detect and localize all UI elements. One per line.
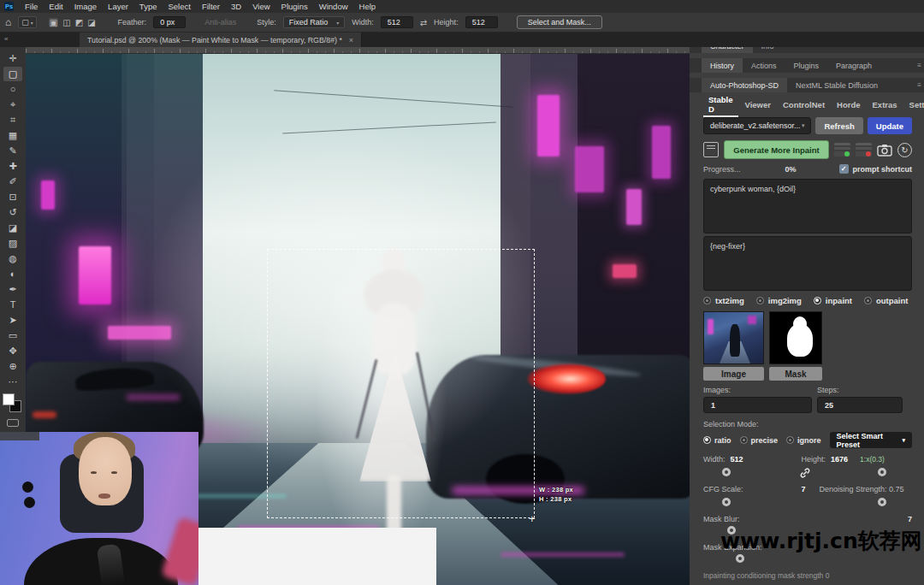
eyedropper-tool-icon[interactable]: ✎ (3, 144, 22, 158)
width-input[interactable]: 512 (381, 16, 413, 28)
send-to-layer-icon[interactable] (703, 142, 719, 157)
selection-new-icon[interactable]: ▣ (49, 18, 58, 27)
prompt-shortcut-checkbox[interactable]: ✓ (839, 164, 849, 174)
image-thumbnail[interactable]: Image (703, 311, 764, 381)
foreground-color-swatch[interactable] (3, 393, 15, 405)
clone-stamp-tool-icon[interactable]: ⊡ (3, 190, 22, 204)
selection-marquee[interactable] (267, 249, 535, 518)
tab-plugins[interactable]: Plugins (785, 58, 828, 73)
zoom-tool-icon[interactable]: ⊕ (3, 359, 22, 374)
tab-horde[interactable]: Horde (832, 98, 865, 111)
menu-edit[interactable]: Edit (49, 2, 62, 11)
quick-select-tool-icon[interactable]: ⌖ (3, 98, 22, 112)
quick-mask-icon[interactable] (7, 419, 19, 427)
height-slider-knob[interactable] (878, 468, 886, 476)
radio-icon[interactable] (703, 297, 711, 304)
menu-type[interactable]: Type (139, 2, 157, 11)
mode-outpaint[interactable]: outpaint (864, 296, 908, 305)
image-thumb-label[interactable]: Image (703, 367, 764, 381)
selmode-ratio[interactable]: ratio (703, 436, 732, 445)
mode-txt2img[interactable]: txt2img (703, 296, 744, 305)
radio-icon[interactable] (703, 436, 711, 444)
lasso-tool-icon[interactable]: ○ (3, 82, 22, 97)
panel-menu-icon[interactable]: ≡ (917, 81, 921, 89)
type-tool-icon[interactable]: T (3, 298, 22, 312)
tab-viewer[interactable]: Viewer (740, 98, 776, 111)
layers-visible-icon[interactable] (834, 143, 850, 157)
style-select[interactable]: Fixed Ratio ▾ (283, 16, 346, 28)
tab-history[interactable]: History (702, 58, 743, 73)
smart-preset-select[interactable]: Select Smart Preset ▾ (830, 432, 912, 448)
collapse-panels-icon[interactable]: « (4, 35, 8, 43)
cfg-slider-knob[interactable] (722, 498, 731, 506)
radio-icon[interactable] (814, 297, 821, 304)
mask-thumb-label[interactable]: Mask (769, 367, 822, 381)
radio-icon[interactable] (756, 297, 764, 304)
mask-thumbnail-preview[interactable] (769, 311, 822, 364)
menu-3d[interactable]: 3D (231, 2, 241, 11)
width-slider-knob[interactable] (722, 468, 731, 476)
panel-menu-icon[interactable]: ≡ (917, 62, 921, 69)
swap-dimensions-icon[interactable]: ⇄ (420, 18, 427, 27)
image-thumbnail-preview[interactable] (703, 311, 764, 364)
frame-tool-icon[interactable]: ▦ (3, 128, 22, 143)
selmode-ignore[interactable]: ignore (786, 436, 821, 445)
history-brush-tool-icon[interactable]: ↺ (3, 205, 22, 220)
model-select[interactable]: deliberate_v2.safetensor... ▾ (703, 117, 811, 134)
negative-prompt-textarea[interactable]: {neg-fixer} (703, 236, 912, 291)
link-dimensions-icon[interactable] (799, 467, 811, 481)
mode-img2img[interactable]: img2img (756, 296, 802, 305)
eraser-tool-icon[interactable]: ◪ (3, 221, 22, 235)
pen-tool-icon[interactable]: ✒ (3, 282, 22, 297)
layers-hidden-icon[interactable] (856, 143, 872, 157)
generate-more-inpaint-button[interactable]: Generate More Inpaint (724, 140, 829, 159)
selmode-precise[interactable]: precise (740, 436, 779, 445)
radio-icon[interactable] (740, 436, 748, 444)
menu-help[interactable]: Help (359, 2, 376, 11)
refresh-button[interactable]: Refresh (815, 117, 862, 134)
feather-input[interactable]: 0 px (153, 16, 186, 28)
blur-tool-icon[interactable]: ◍ (3, 251, 22, 266)
radio-icon[interactable] (786, 436, 794, 444)
steps-input[interactable]: 25 (817, 397, 903, 413)
tab-nextml-stable-diffusion[interactable]: NextML Stable Diffusion (787, 78, 886, 92)
tab-auto-photoshop-sd[interactable]: Auto-Photoshop-SD (702, 78, 787, 92)
move-tool-icon[interactable]: ✛ (3, 51, 22, 66)
selection-subtract-icon[interactable]: ◩ (75, 18, 83, 27)
menu-filter[interactable]: Filter (202, 2, 220, 11)
menu-plugins[interactable]: Plugins (281, 2, 308, 11)
document-tab[interactable]: Tutorial.psd @ 200% (Mask — Paint White … (80, 32, 362, 47)
more-tools-icon[interactable]: ⋯ (3, 375, 22, 389)
tab-extras[interactable]: Extras (868, 98, 903, 111)
menu-file[interactable]: File (25, 2, 38, 11)
brush-tool-icon[interactable]: ✐ (3, 174, 22, 189)
mask-expansion-knob[interactable] (736, 554, 744, 563)
home-icon[interactable]: ⌂ (5, 16, 11, 28)
selection-intersect-icon[interactable]: ◪ (87, 18, 95, 27)
mask-thumbnail[interactable]: Mask (769, 311, 822, 381)
rect-marquee-tool-icon[interactable]: ▢ (3, 67, 22, 81)
shape-tool-icon[interactable]: ▭ (3, 328, 22, 343)
select-and-mask-button[interactable]: Select and Mask... (517, 15, 602, 29)
prompt-textarea[interactable]: cyberpunk woman, {dOil} (703, 179, 912, 233)
update-button[interactable]: Update (868, 117, 912, 134)
tab-settings[interactable]: Settings (904, 98, 924, 111)
menu-window[interactable]: Window (319, 2, 348, 11)
tab-paragraph[interactable]: Paragraph (827, 58, 880, 73)
snapshot-icon[interactable] (877, 144, 892, 157)
crop-tool-icon[interactable]: ⌗ (3, 113, 22, 127)
denoise-slider-knob[interactable] (878, 498, 886, 506)
path-select-tool-icon[interactable]: ➤ (3, 313, 22, 328)
interrogate-loop-icon[interactable]: ↻ (897, 143, 912, 157)
radio-icon[interactable] (864, 297, 872, 304)
dodge-tool-icon[interactable]: ◐ (3, 267, 22, 281)
gradient-tool-icon[interactable]: ▨ (3, 236, 22, 251)
mode-inpaint[interactable]: inpaint (814, 296, 852, 305)
healing-tool-icon[interactable]: ✚ (3, 159, 22, 174)
tab-stable-d[interactable]: Stable D (703, 93, 738, 117)
tab-actions[interactable]: Actions (743, 58, 785, 73)
images-input[interactable]: 1 (703, 397, 812, 413)
menu-layer[interactable]: Layer (108, 2, 128, 11)
close-icon[interactable]: × (349, 36, 353, 44)
menu-select[interactable]: Select (168, 2, 190, 11)
